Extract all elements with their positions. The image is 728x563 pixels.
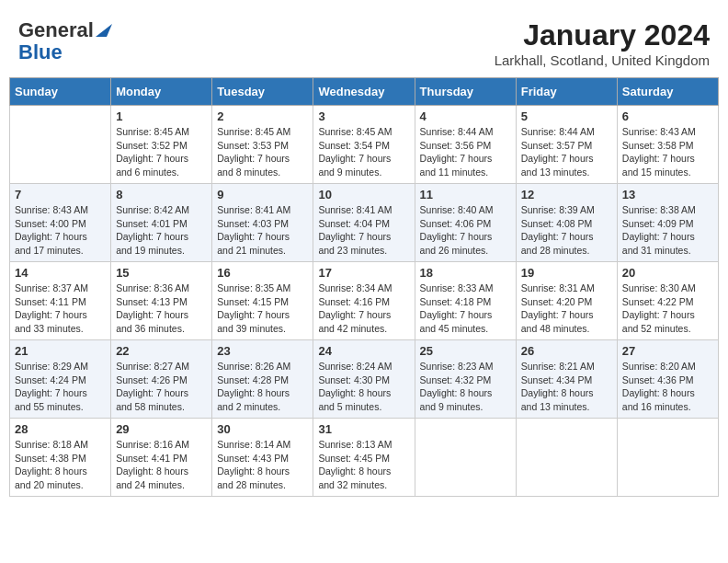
logo: General Blue bbox=[18, 18, 112, 64]
calendar-day-cell: 9Sunrise: 8:41 AM Sunset: 4:03 PM Daylig… bbox=[212, 184, 313, 262]
day-number: 4 bbox=[420, 109, 511, 123]
day-info: Sunrise: 8:44 AM Sunset: 3:57 PM Dayligh… bbox=[521, 125, 612, 179]
calendar-day-header: Tuesday bbox=[212, 78, 313, 106]
day-info: Sunrise: 8:41 AM Sunset: 4:04 PM Dayligh… bbox=[318, 203, 409, 258]
day-number: 5 bbox=[521, 109, 612, 123]
calendar-week-row: 14Sunrise: 8:37 AM Sunset: 4:11 PM Dayli… bbox=[10, 262, 719, 340]
day-number: 6 bbox=[622, 109, 713, 123]
day-number: 8 bbox=[116, 188, 207, 201]
calendar-day-cell bbox=[10, 106, 111, 184]
calendar-day-cell: 29Sunrise: 8:16 AM Sunset: 4:41 PM Dayli… bbox=[111, 419, 212, 497]
day-info: Sunrise: 8:27 AM Sunset: 4:26 PM Dayligh… bbox=[116, 360, 207, 414]
calendar-day-cell: 23Sunrise: 8:26 AM Sunset: 4:28 PM Dayli… bbox=[212, 340, 313, 419]
calendar-day-cell: 24Sunrise: 8:24 AM Sunset: 4:30 PM Dayli… bbox=[313, 340, 415, 419]
day-info: Sunrise: 8:38 AM Sunset: 4:09 PM Dayligh… bbox=[622, 203, 713, 258]
calendar-day-cell: 1Sunrise: 8:45 AM Sunset: 3:52 PM Daylig… bbox=[111, 106, 212, 184]
calendar-header-row: SundayMondayTuesdayWednesdayThursdayFrid… bbox=[10, 78, 719, 106]
calendar-day-cell: 21Sunrise: 8:29 AM Sunset: 4:24 PM Dayli… bbox=[10, 340, 111, 419]
day-info: Sunrise: 8:42 AM Sunset: 4:01 PM Dayligh… bbox=[116, 203, 207, 258]
calendar-week-row: 21Sunrise: 8:29 AM Sunset: 4:24 PM Dayli… bbox=[10, 340, 719, 419]
day-info: Sunrise: 8:39 AM Sunset: 4:08 PM Dayligh… bbox=[521, 203, 612, 258]
day-number: 27 bbox=[622, 344, 713, 358]
calendar-day-cell: 26Sunrise: 8:21 AM Sunset: 4:34 PM Dayli… bbox=[516, 340, 617, 419]
calendar-day-header: Monday bbox=[111, 78, 212, 106]
calendar-day-header: Friday bbox=[516, 78, 617, 106]
calendar-day-cell: 25Sunrise: 8:23 AM Sunset: 4:32 PM Dayli… bbox=[415, 340, 516, 419]
day-info: Sunrise: 8:45 AM Sunset: 3:53 PM Dayligh… bbox=[217, 125, 308, 179]
day-number: 31 bbox=[318, 422, 409, 436]
day-number: 23 bbox=[217, 344, 308, 358]
calendar-day-cell: 16Sunrise: 8:35 AM Sunset: 4:15 PM Dayli… bbox=[212, 262, 313, 340]
calendar-day-cell: 5Sunrise: 8:44 AM Sunset: 3:57 PM Daylig… bbox=[516, 106, 617, 184]
day-number: 25 bbox=[420, 344, 511, 358]
day-info: Sunrise: 8:13 AM Sunset: 4:45 PM Dayligh… bbox=[318, 438, 409, 492]
calendar-day-cell: 10Sunrise: 8:41 AM Sunset: 4:04 PM Dayli… bbox=[313, 184, 415, 262]
calendar-day-cell: 27Sunrise: 8:20 AM Sunset: 4:36 PM Dayli… bbox=[617, 340, 718, 419]
calendar-day-header: Wednesday bbox=[313, 78, 415, 106]
day-number: 3 bbox=[318, 109, 409, 123]
day-info: Sunrise: 8:36 AM Sunset: 4:13 PM Dayligh… bbox=[116, 282, 207, 336]
day-number: 24 bbox=[318, 344, 409, 358]
day-info: Sunrise: 8:34 AM Sunset: 4:16 PM Dayligh… bbox=[318, 282, 409, 336]
day-info: Sunrise: 8:44 AM Sunset: 3:56 PM Dayligh… bbox=[420, 125, 511, 179]
day-number: 12 bbox=[521, 188, 612, 201]
calendar-day-cell: 11Sunrise: 8:40 AM Sunset: 4:06 PM Dayli… bbox=[415, 184, 516, 262]
day-number: 22 bbox=[116, 344, 207, 358]
calendar-day-header: Thursday bbox=[415, 78, 516, 106]
logo-general-text: General bbox=[18, 18, 94, 42]
day-number: 7 bbox=[15, 188, 106, 201]
calendar-day-cell: 30Sunrise: 8:14 AM Sunset: 4:43 PM Dayli… bbox=[212, 419, 313, 497]
day-number: 28 bbox=[15, 422, 106, 436]
calendar-day-cell: 12Sunrise: 8:39 AM Sunset: 4:08 PM Dayli… bbox=[516, 184, 617, 262]
calendar-day-cell: 31Sunrise: 8:13 AM Sunset: 4:45 PM Dayli… bbox=[313, 419, 415, 497]
day-info: Sunrise: 8:41 AM Sunset: 4:03 PM Dayligh… bbox=[217, 203, 308, 258]
day-info: Sunrise: 8:20 AM Sunset: 4:36 PM Dayligh… bbox=[622, 360, 713, 414]
day-info: Sunrise: 8:37 AM Sunset: 4:11 PM Dayligh… bbox=[15, 282, 106, 336]
day-info: Sunrise: 8:14 AM Sunset: 4:43 PM Dayligh… bbox=[217, 438, 308, 492]
logo-blue-text: Blue bbox=[18, 40, 63, 63]
svg-marker-0 bbox=[96, 24, 112, 37]
day-info: Sunrise: 8:24 AM Sunset: 4:30 PM Dayligh… bbox=[318, 360, 409, 414]
calendar-day-cell: 17Sunrise: 8:34 AM Sunset: 4:16 PM Dayli… bbox=[313, 262, 415, 340]
day-number: 17 bbox=[318, 266, 409, 280]
location-subtitle: Larkhall, Scotland, United Kingdom bbox=[495, 52, 710, 68]
calendar-day-cell: 19Sunrise: 8:31 AM Sunset: 4:20 PM Dayli… bbox=[516, 262, 617, 340]
calendar-day-header: Sunday bbox=[10, 78, 111, 106]
calendar-day-cell: 6Sunrise: 8:43 AM Sunset: 3:58 PM Daylig… bbox=[617, 106, 718, 184]
day-number: 10 bbox=[318, 188, 409, 201]
day-info: Sunrise: 8:31 AM Sunset: 4:20 PM Dayligh… bbox=[521, 282, 612, 336]
day-number: 11 bbox=[420, 188, 511, 201]
calendar-day-cell bbox=[415, 419, 516, 497]
title-section: January 2024 Larkhall, Scotland, United … bbox=[495, 18, 710, 68]
day-info: Sunrise: 8:45 AM Sunset: 3:54 PM Dayligh… bbox=[318, 125, 409, 179]
calendar-day-cell: 7Sunrise: 8:43 AM Sunset: 4:00 PM Daylig… bbox=[10, 184, 111, 262]
calendar-week-row: 7Sunrise: 8:43 AM Sunset: 4:00 PM Daylig… bbox=[10, 184, 719, 262]
day-number: 9 bbox=[217, 188, 308, 201]
day-info: Sunrise: 8:43 AM Sunset: 4:00 PM Dayligh… bbox=[15, 203, 106, 258]
calendar-day-cell: 20Sunrise: 8:30 AM Sunset: 4:22 PM Dayli… bbox=[617, 262, 718, 340]
calendar-day-cell: 4Sunrise: 8:44 AM Sunset: 3:56 PM Daylig… bbox=[415, 106, 516, 184]
calendar-day-header: Saturday bbox=[617, 78, 718, 106]
calendar-day-cell: 3Sunrise: 8:45 AM Sunset: 3:54 PM Daylig… bbox=[313, 106, 415, 184]
logo-bird-icon bbox=[96, 24, 112, 37]
day-info: Sunrise: 8:23 AM Sunset: 4:32 PM Dayligh… bbox=[420, 360, 511, 414]
day-number: 18 bbox=[420, 266, 511, 280]
day-number: 14 bbox=[15, 266, 106, 280]
day-number: 19 bbox=[521, 266, 612, 280]
calendar-table: SundayMondayTuesdayWednesdayThursdayFrid… bbox=[9, 77, 719, 497]
day-number: 15 bbox=[116, 266, 207, 280]
day-info: Sunrise: 8:33 AM Sunset: 4:18 PM Dayligh… bbox=[420, 282, 511, 336]
calendar-body: 1Sunrise: 8:45 AM Sunset: 3:52 PM Daylig… bbox=[10, 106, 719, 497]
calendar-day-cell: 2Sunrise: 8:45 AM Sunset: 3:53 PM Daylig… bbox=[212, 106, 313, 184]
calendar-day-cell: 14Sunrise: 8:37 AM Sunset: 4:11 PM Dayli… bbox=[10, 262, 111, 340]
day-number: 1 bbox=[116, 109, 207, 123]
day-info: Sunrise: 8:16 AM Sunset: 4:41 PM Dayligh… bbox=[116, 438, 207, 492]
day-number: 30 bbox=[217, 422, 308, 436]
calendar-week-row: 1Sunrise: 8:45 AM Sunset: 3:52 PM Daylig… bbox=[10, 106, 719, 184]
month-title: January 2024 bbox=[495, 18, 710, 52]
calendar-day-cell: 18Sunrise: 8:33 AM Sunset: 4:18 PM Dayli… bbox=[415, 262, 516, 340]
day-number: 16 bbox=[217, 266, 308, 280]
day-number: 26 bbox=[521, 344, 612, 358]
calendar-day-cell: 28Sunrise: 8:18 AM Sunset: 4:38 PM Dayli… bbox=[10, 419, 111, 497]
day-info: Sunrise: 8:26 AM Sunset: 4:28 PM Dayligh… bbox=[217, 360, 308, 414]
